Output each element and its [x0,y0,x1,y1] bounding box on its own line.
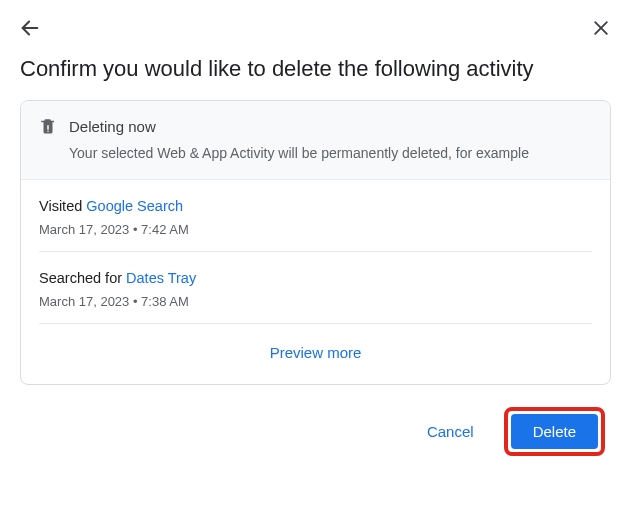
activity-timestamp: March 17, 2023 • 7:38 AM [39,294,592,309]
activity-item: Searched for Dates Tray March 17, 2023 •… [39,252,592,324]
close-icon[interactable] [587,14,615,42]
activity-timestamp: March 17, 2023 • 7:42 AM [39,222,592,237]
activity-prefix: Visited [39,198,86,214]
svg-rect-3 [47,125,49,130]
activity-item: Visited Google Search March 17, 2023 • 7… [39,180,592,252]
activity-link[interactable]: Dates Tray [126,270,196,286]
delete-highlight: Delete [504,407,605,456]
deleting-banner: Deleting now Your selected Web & App Act… [21,101,610,180]
dialog-title: Confirm you would like to delete the fol… [0,42,631,100]
activity-link[interactable]: Google Search [86,198,183,214]
banner-title: Deleting now [69,118,156,135]
banner-subtitle: Your selected Web & App Activity will be… [69,145,592,161]
preview-more-link[interactable]: Preview more [270,344,362,361]
activity-card: Deleting now Your selected Web & App Act… [20,100,611,385]
activity-prefix: Searched for [39,270,126,286]
back-arrow-icon[interactable] [16,14,44,42]
cancel-button[interactable]: Cancel [417,415,484,448]
delete-button[interactable]: Delete [511,414,598,449]
svg-point-4 [47,131,49,133]
trash-icon [39,117,57,135]
